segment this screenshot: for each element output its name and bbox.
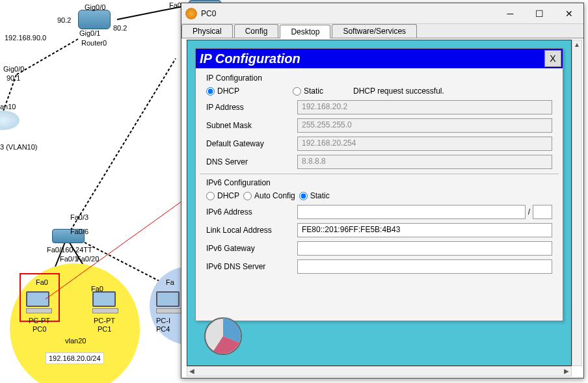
v6dns-field[interactable] — [297, 259, 552, 274]
v6gw-label: IPv6 Gateway — [206, 244, 297, 253]
window-title: PC0 — [201, 9, 496, 18]
ip-field[interactable]: 192.168.20.2 — [297, 100, 552, 114]
scrollbar-vertical[interactable]: ▲ — [572, 40, 582, 366]
v6gw-field[interactable] — [297, 241, 552, 256]
radio-static[interactable]: Static — [293, 86, 323, 96]
ipconfig-close-button[interactable]: X — [544, 50, 561, 67]
ipconfig-window: IP Configuration X IP Configuration DHCP… — [195, 48, 563, 321]
v6prefix-field[interactable] — [533, 205, 552, 219]
gw-field[interactable]: 192.168.20.254 — [297, 137, 552, 151]
radio-v6-dhcp[interactable]: DHCP — [206, 191, 239, 200]
tab-config[interactable]: Config — [234, 24, 279, 38]
v6ll-label: Link Local Address — [206, 226, 297, 235]
ipconfig-title-text: IP Configuration — [200, 51, 301, 66]
scroll-up-icon[interactable]: ▲ — [572, 40, 581, 49]
tabstrip: Physical Config Desktop Software/Service… — [181, 24, 583, 38]
mask-field[interactable]: 255.255.255.0 — [297, 118, 552, 133]
desktop-app-icon[interactable] — [200, 313, 246, 359]
app-icon — [185, 8, 197, 20]
pc0-window: PC0 ─ ☐ ✕ Physical Config Desktop Softwa… — [181, 3, 584, 378]
v6dns-label: IPv6 DNS Server — [206, 262, 297, 271]
tab-physical[interactable]: Physical — [181, 24, 233, 38]
tab-desktop[interactable]: Desktop — [280, 25, 330, 38]
minimize-button[interactable]: ─ — [496, 5, 525, 23]
mask-label: Subnet Mask — [206, 121, 297, 130]
scroll-left-icon[interactable]: ◀ — [187, 367, 196, 376]
ipv6-section-label: IPv6 Configuration — [206, 178, 552, 187]
titlebar[interactable]: PC0 ─ ☐ ✕ — [181, 3, 583, 24]
v6ll-field[interactable]: FE80::201:96FF:FE5B:4B43 — [297, 223, 552, 237]
scroll-right-icon[interactable]: ▶ — [562, 367, 571, 376]
maximize-button[interactable]: ☐ — [525, 5, 554, 23]
dns-label: DNS Server — [206, 157, 297, 166]
close-button[interactable]: ✕ — [554, 5, 583, 23]
radio-dhcp[interactable]: DHCP — [206, 86, 239, 96]
radio-v6-auto[interactable]: Auto Config — [243, 191, 295, 200]
gw-label: Default Gateway — [206, 139, 297, 148]
v6addr-field[interactable] — [297, 205, 526, 219]
ip-label: IP Address — [206, 103, 297, 112]
tab-software[interactable]: Software/Services — [332, 24, 417, 38]
v6addr-label: IPv6 Address — [206, 207, 297, 217]
ipv4-section-label: IP Configuration — [206, 73, 552, 83]
desktop-area: IP Configuration X IP Configuration DHCP… — [187, 40, 572, 366]
dhcp-status: DHCP request successful. — [353, 86, 444, 96]
dns-field[interactable]: 8.8.8.8 — [297, 155, 552, 169]
ipconfig-titlebar[interactable]: IP Configuration X — [196, 49, 563, 68]
scrollbar-horizontal[interactable]: ◀ ▶ — [187, 366, 572, 376]
radio-v6-static[interactable]: Static — [299, 191, 330, 200]
